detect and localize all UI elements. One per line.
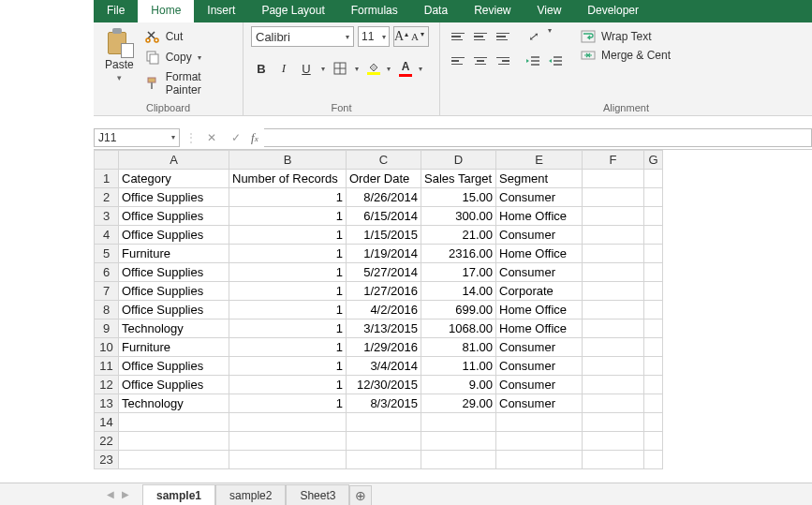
cell[interactable] — [583, 170, 644, 188]
cell[interactable] — [644, 188, 663, 207]
cell[interactable] — [644, 207, 663, 226]
cell[interactable]: 1068.00 — [421, 319, 496, 338]
align-top-button[interactable] — [448, 26, 468, 47]
align-middle-button[interactable] — [470, 26, 491, 47]
cell[interactable]: 5/27/2014 — [347, 263, 421, 282]
fill-color-dropdown[interactable]: ▾ — [384, 65, 393, 73]
cell[interactable]: Furniture — [119, 245, 229, 263]
new-sheet-button[interactable]: ⊕ — [349, 485, 372, 506]
tab-file[interactable]: File — [94, 0, 138, 22]
cut-button[interactable]: Cut — [143, 28, 235, 45]
underline-button[interactable]: U — [296, 58, 317, 79]
cell[interactable]: 1 — [229, 245, 347, 263]
align-left-button[interactable] — [448, 51, 468, 71]
font-color-dropdown[interactable]: ▾ — [416, 65, 425, 73]
cell[interactable] — [644, 451, 663, 469]
cell[interactable]: 1 — [229, 263, 347, 282]
cell[interactable] — [583, 263, 644, 282]
cell[interactable]: 14.00 — [421, 282, 496, 301]
cell[interactable] — [583, 319, 644, 338]
cell[interactable] — [583, 357, 644, 376]
increase-font-size-button[interactable]: A▴ — [394, 27, 411, 46]
font-name-select[interactable]: Calibri ▾ — [251, 26, 354, 47]
row-header[interactable]: 23 — [95, 451, 119, 469]
cell[interactable]: Corporate — [496, 282, 583, 301]
cell[interactable] — [347, 413, 421, 432]
sheet-tab[interactable]: sample2 — [215, 484, 286, 506]
cell[interactable]: 1/19/2014 — [347, 245, 421, 263]
row-header[interactable]: 7 — [95, 282, 119, 301]
cell[interactable]: 1 — [229, 394, 347, 413]
copy-button[interactable]: Copy ▾ — [143, 49, 235, 66]
cell[interactable]: Office Supplies — [119, 282, 229, 301]
cell[interactable] — [229, 451, 347, 469]
cell[interactable]: Sales Target — [421, 170, 496, 188]
cell[interactable] — [644, 338, 663, 357]
tab-page-layout[interactable]: Page Layout — [248, 0, 337, 22]
cell[interactable] — [583, 301, 644, 319]
font-color-button[interactable]: A — [395, 58, 416, 79]
cell[interactable] — [347, 432, 421, 451]
cell[interactable]: Consumer — [496, 226, 583, 245]
tab-developer[interactable]: Developer — [574, 0, 652, 22]
orientation-dropdown[interactable]: ▾ — [545, 26, 554, 47]
sheet-nav-prev[interactable]: ◀ — [107, 489, 114, 499]
cell[interactable]: 4/2/2016 — [347, 301, 421, 319]
decrease-indent-button[interactable] — [523, 51, 543, 71]
cell[interactable] — [583, 413, 644, 432]
cell[interactable]: 1 — [229, 338, 347, 357]
cell[interactable]: Office Supplies — [119, 357, 229, 376]
row-header[interactable]: 10 — [95, 338, 119, 357]
cell[interactable]: 3/4/2014 — [347, 357, 421, 376]
cell[interactable]: 1 — [229, 282, 347, 301]
cell[interactable] — [583, 207, 644, 226]
row-header[interactable]: 6 — [95, 263, 119, 282]
cell[interactable] — [119, 432, 229, 451]
row-header[interactable]: 12 — [95, 376, 119, 394]
column-header[interactable]: A — [119, 151, 229, 170]
cell[interactable]: 1/27/2016 — [347, 282, 421, 301]
cell[interactable]: Segment — [496, 170, 583, 188]
cell[interactable] — [583, 451, 644, 469]
cell[interactable]: 2316.00 — [421, 245, 496, 263]
orientation-button[interactable]: ⤢ — [523, 26, 543, 47]
column-header[interactable]: E — [496, 151, 583, 170]
tab-formulas[interactable]: Formulas — [338, 0, 411, 22]
align-center-button[interactable] — [470, 51, 491, 71]
row-header[interactable]: 1 — [95, 170, 119, 188]
decrease-font-size-button[interactable]: A▾ — [411, 27, 428, 46]
sheet-nav-next[interactable]: ▶ — [122, 489, 129, 499]
cell[interactable]: Home Office — [496, 245, 583, 263]
cell[interactable]: 6/15/2014 — [347, 207, 421, 226]
select-all-corner[interactable] — [95, 151, 119, 170]
cell[interactable] — [496, 451, 583, 469]
cell[interactable]: Order Date — [347, 170, 421, 188]
cell[interactable]: 81.00 — [421, 338, 496, 357]
tab-insert[interactable]: Insert — [194, 0, 248, 22]
cell[interactable] — [644, 282, 663, 301]
cell[interactable]: 15.00 — [421, 188, 496, 207]
sheet-table[interactable]: ABCDEFG1CategoryNumber of RecordsOrder D… — [94, 150, 663, 469]
cell[interactable]: 1 — [229, 226, 347, 245]
cell[interactable]: 1 — [229, 357, 347, 376]
cell[interactable]: Consumer — [496, 394, 583, 413]
cell[interactable] — [583, 188, 644, 207]
cell[interactable] — [583, 338, 644, 357]
tab-home[interactable]: Home — [138, 0, 194, 22]
cell[interactable]: 699.00 — [421, 301, 496, 319]
borders-dropdown[interactable]: ▾ — [352, 65, 362, 73]
cell[interactable]: 1/29/2016 — [347, 338, 421, 357]
wrap-text-button[interactable]: Wrap Text — [581, 30, 671, 43]
cell[interactable]: Home Office — [496, 319, 583, 338]
cell[interactable]: Consumer — [496, 357, 583, 376]
row-header[interactable]: 2 — [95, 188, 119, 207]
cell[interactable] — [496, 432, 583, 451]
fill-color-button[interactable] — [363, 58, 384, 79]
underline-dropdown[interactable]: ▾ — [318, 65, 328, 73]
bold-button[interactable]: B — [251, 58, 272, 79]
cell[interactable]: Furniture — [119, 338, 229, 357]
cell[interactable] — [644, 319, 663, 338]
cell[interactable]: Category — [119, 170, 229, 188]
sheet-tab[interactable]: Sheet3 — [286, 484, 349, 506]
cell[interactable] — [644, 170, 663, 188]
